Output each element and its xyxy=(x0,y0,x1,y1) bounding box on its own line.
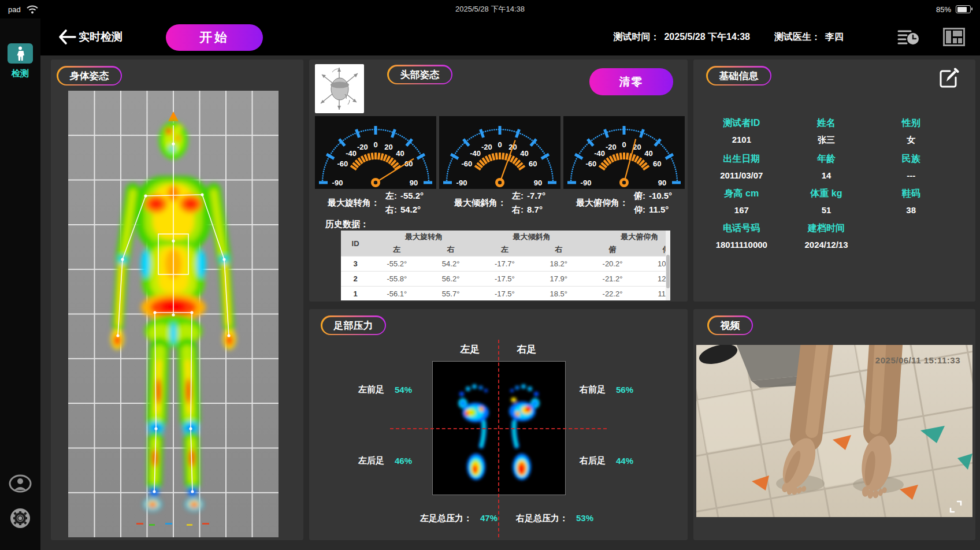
edit-icon[interactable] xyxy=(938,68,959,88)
total-left-pressure: 左足总压力：47% xyxy=(420,513,498,524)
info-field-7: 身高 cm167 xyxy=(699,188,784,215)
info-field-11: 建档时间2024/12/13 xyxy=(784,222,869,250)
svg-text:90: 90 xyxy=(658,179,666,187)
doctor-name: 李四 xyxy=(825,31,844,43)
svg-text:-40: -40 xyxy=(346,149,357,158)
info-field-9: 鞋码38 xyxy=(868,188,953,215)
svg-text:40: 40 xyxy=(396,149,404,158)
test-time-label: 测试时间： xyxy=(613,31,659,43)
settings-gear-icon[interactable] xyxy=(9,508,32,528)
head-gauge-1: -90-60-40-20020406090 xyxy=(315,116,436,189)
back-arrow-icon[interactable] xyxy=(58,28,76,46)
info-field-6: 民族--- xyxy=(868,153,953,180)
history-table: ID最大旋转角最大倾斜角最大俯仰角左右左右俯仰3-55.2°54.2°-17.7… xyxy=(341,231,670,300)
info-field-4: 出生日期2011/03/07 xyxy=(699,153,784,180)
total-right-pressure: 右足总压力：53% xyxy=(516,513,593,524)
info-field-1: 测试者ID2101 xyxy=(699,117,784,146)
header: 实时检测 开始 测试时间： 2025/5/28 下午14:38 测试医生： 李四 xyxy=(40,18,980,55)
body-thermal-image xyxy=(68,91,279,537)
history-table-row[interactable]: 1-56.1°55.7°-17.5°18.5°-22.2°11.5° xyxy=(341,287,670,301)
zone-right-rearfoot: 右后足44% xyxy=(580,455,633,466)
battery-icon xyxy=(956,5,971,13)
basic-info-panel: 基础信息 测试者ID2101姓名张三性别女出生日期2011/03/07年龄14民… xyxy=(693,60,975,302)
svg-text:40: 40 xyxy=(520,149,528,158)
head-metric-2: 最大倾斜角：左:-7.7°右:8.7° xyxy=(439,191,560,215)
zone-right-forefoot: 右前足56% xyxy=(580,384,633,395)
history-table-row[interactable]: 2-55.8°56.2°-17.5°17.9°-21.2°12.1° xyxy=(341,272,670,287)
video-badge: 视频 xyxy=(707,315,753,335)
info-field-10: 电话号码18011110000 xyxy=(699,222,784,250)
status-bar: pad 2025/5/28 下午14:38 85% xyxy=(0,0,980,18)
svg-text:0: 0 xyxy=(498,140,502,149)
page-title: 实时检测 xyxy=(79,18,122,55)
svg-text:40: 40 xyxy=(644,149,652,158)
head-gauge-2: -90-60-40-20020406090 xyxy=(439,116,560,189)
svg-text:-60: -60 xyxy=(461,159,472,168)
head-metric-1: 最大旋转角：左:-55.2°右:54.2° xyxy=(315,191,436,215)
svg-text:90: 90 xyxy=(410,179,418,187)
info-field-8: 体重 kg51 xyxy=(784,188,869,215)
svg-text:-20: -20 xyxy=(357,143,368,151)
layout-dashboard-icon[interactable] xyxy=(943,28,965,46)
history-table-row[interactable]: 3-55.2°54.2°-17.7°18.2°-20.2°10.5° xyxy=(341,257,670,272)
video-panel: 视频 2025/06/11 15:11:33 xyxy=(693,309,975,540)
table-scrollbar-track xyxy=(666,231,670,300)
start-button[interactable]: 开始 xyxy=(166,24,263,51)
info-field-2: 姓名张三 xyxy=(784,117,869,146)
zone-left-forefoot: 左前足54% xyxy=(358,384,412,395)
app-root: pad 2025/5/28 下午14:38 85% 检测 xyxy=(0,0,980,550)
foot-pressure-badge: 足部压力 xyxy=(321,315,386,335)
right-foot-label: 右足 xyxy=(517,343,537,356)
foot-pressure-panel: 足部压力 左足 右足 左前足54% 右前足56% 左后足46 xyxy=(309,309,688,540)
expand-fullscreen-icon[interactable] xyxy=(949,500,963,514)
svg-text:0: 0 xyxy=(622,140,626,149)
info-field-3: 性别女 xyxy=(868,117,953,146)
info-field-5: 年龄14 xyxy=(784,153,869,180)
svg-text:-60: -60 xyxy=(337,159,348,168)
head-posture-panel: 头部姿态 清零 -90-60-40-20020406090-90-60-40-2… xyxy=(309,60,688,302)
svg-text:-90: -90 xyxy=(456,179,467,187)
head-gauge-3: -90-60-40-20020406090 xyxy=(563,116,685,189)
crosshair-vertical xyxy=(498,340,499,537)
svg-text:20: 20 xyxy=(384,143,392,151)
svg-text:90: 90 xyxy=(534,179,542,187)
svg-text:-20: -20 xyxy=(606,143,617,151)
body-posture-panel: 身体姿态 xyxy=(51,60,303,540)
battery-percent: 85% xyxy=(936,5,951,14)
svg-text:-90: -90 xyxy=(332,179,343,187)
svg-text:0: 0 xyxy=(373,140,377,149)
video-timestamp: 2025/06/11 15:11:33 xyxy=(875,355,960,365)
body-posture-badge: 身体姿态 xyxy=(57,66,122,86)
profile-icon[interactable] xyxy=(9,474,32,493)
head-axes-diagram xyxy=(315,64,364,113)
head-posture-badge: 头部姿态 xyxy=(387,65,452,84)
basic-info-badge: 基础信息 xyxy=(706,66,771,86)
head-metric-3: 最大俯仰角：俯:-10.5°仰:11.5° xyxy=(563,191,685,215)
sidebar: 检测 xyxy=(0,18,40,550)
svg-text:-60: -60 xyxy=(585,159,596,168)
main-area: 身体姿态 xyxy=(40,55,980,550)
person-icon xyxy=(16,46,25,61)
history-data-label: 历史数据： xyxy=(325,219,369,230)
table-scrollbar-thumb[interactable] xyxy=(666,255,670,288)
svg-text:-40: -40 xyxy=(594,149,605,158)
doctor-label: 测试医生： xyxy=(774,31,821,43)
left-foot-label: 左足 xyxy=(461,343,480,356)
zone-left-rearfoot: 左后足46% xyxy=(358,455,412,466)
video-feed xyxy=(696,345,972,517)
status-datetime: 2025/5/28 下午14:38 xyxy=(0,0,980,18)
svg-text:-20: -20 xyxy=(481,143,492,151)
sidebar-detect-label: 检测 xyxy=(0,68,40,79)
clear-button[interactable]: 清零 xyxy=(589,68,673,95)
sidebar-item-detect[interactable] xyxy=(8,43,33,64)
test-time-value: 2025/5/28 下午14:38 xyxy=(664,31,750,43)
svg-text:-90: -90 xyxy=(581,179,592,187)
svg-text:60: 60 xyxy=(653,159,661,168)
svg-text:60: 60 xyxy=(529,159,537,168)
history-records-icon[interactable] xyxy=(897,28,920,46)
svg-text:-40: -40 xyxy=(470,149,481,158)
